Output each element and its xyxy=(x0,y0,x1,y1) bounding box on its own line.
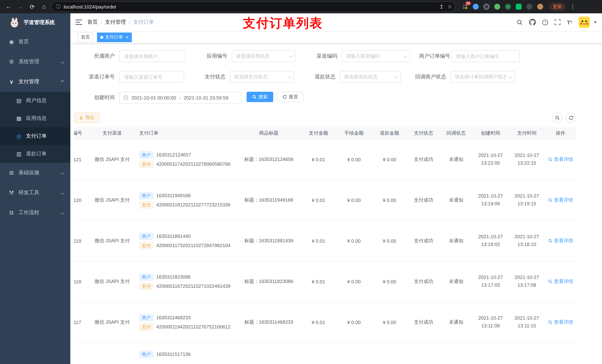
sidebar-toggle-icon[interactable] xyxy=(70,19,87,25)
app-title: 芋道管理系统 xyxy=(24,19,55,26)
merchant-tag: 商户 xyxy=(139,314,153,321)
search-icon xyxy=(252,95,257,99)
extension-icon[interactable] xyxy=(494,3,501,10)
reload-icon[interactable]: ⟳ xyxy=(27,2,37,11)
order-id: 117 xyxy=(74,319,81,325)
tab-home[interactable]: 首页 xyxy=(78,32,93,42)
site-info-icon[interactable]: ⓘ xyxy=(56,3,61,10)
extension-icon[interactable] xyxy=(537,3,544,10)
sidebar-item-home[interactable]: ◉ 首页 xyxy=(0,32,70,52)
extension-icon[interactable] xyxy=(515,3,522,10)
pay-tag: 支付 xyxy=(139,242,153,249)
filter-label: 渠道订单号 xyxy=(78,74,119,80)
breadcrumb-pay-management[interactable]: 支付管理 xyxy=(105,19,126,26)
order-id: 120 xyxy=(74,197,81,203)
pay-time: 2021-10-27 xyxy=(509,314,545,322)
url-bar[interactable]: ⓘ localhost:1024/pay/order ↥ ☆ xyxy=(51,1,455,12)
help-icon[interactable]: ? xyxy=(542,19,548,25)
fullscreen-icon[interactable] xyxy=(555,19,561,25)
sidebar-item-pay-order[interactable]: ◎ 支付订单 xyxy=(0,127,70,145)
col-header: 操作 xyxy=(545,127,576,139)
merchant-tag: 商户 xyxy=(139,151,153,158)
forward-icon[interactable]: → xyxy=(16,2,25,11)
toggle-search-button[interactable] xyxy=(552,113,562,123)
breadcrumb-current: 支付订单 xyxy=(133,19,154,26)
refund-status-select[interactable]: 请选择退款状态 xyxy=(340,71,401,83)
browser-menu-icon[interactable]: ⋮ xyxy=(568,2,578,11)
sidebar-item-payment[interactable]: ¥ 支付管理 xyxy=(0,72,70,92)
avatar[interactable] xyxy=(579,17,590,28)
notify-status: 未通知 xyxy=(449,319,463,325)
export-button[interactable]: 导出 xyxy=(74,113,99,123)
create-time-range-picker[interactable]: 2021-10-01 00:00:00 - 2021-10-31 23:59:5… xyxy=(119,92,241,104)
sidebar-item-infrastructure[interactable]: ⊞ 基础设施 xyxy=(0,163,70,183)
search-icon[interactable] xyxy=(517,19,523,25)
view-icon xyxy=(548,320,552,324)
sidebar-item-system[interactable]: ⚙ 系统管理 xyxy=(0,52,70,72)
pay-amount: ¥ 0.01 xyxy=(312,197,325,203)
sidebar-item-refund-order[interactable]: ▥ 退款订单 xyxy=(0,145,70,163)
fee-amount: ¥ 0.00 xyxy=(347,319,361,325)
view-detail-link[interactable]: 查看详情 xyxy=(548,156,573,163)
merchant-order-no: 1635311517136 xyxy=(156,351,191,357)
credit-card-icon: ▤ xyxy=(15,97,23,104)
channel-pay-no: 4200001181202110277723215336 xyxy=(156,202,230,208)
grid-icon: ▦ xyxy=(15,115,23,122)
pay-time: 2021-10-27 xyxy=(509,192,545,200)
chevron-down-icon xyxy=(287,74,291,78)
col-header: 手续金额 xyxy=(336,127,372,139)
svg-text:?: ? xyxy=(544,20,546,24)
share-icon[interactable]: ↥ xyxy=(439,4,443,10)
channel-pay-no: 4200001167202110271022491439 xyxy=(156,283,230,289)
extension-icon[interactable] xyxy=(472,3,479,10)
view-detail-link[interactable]: 查看详情 xyxy=(548,319,573,325)
bookmark-star-icon[interactable]: ☆ xyxy=(447,4,452,10)
tab-pay-order[interactable]: 支付订单 × xyxy=(97,32,132,42)
notify-status-select[interactable]: 请选择订单回调商户状态 xyxy=(451,71,515,83)
view-detail-link[interactable]: 查看详情 xyxy=(548,278,573,285)
product-title: 标题：1635311823086 xyxy=(244,279,293,284)
reset-button[interactable]: 重置 xyxy=(277,92,304,102)
merchant-filter-input[interactable] xyxy=(119,50,186,62)
product-title: 标题：1635311881439 xyxy=(244,238,293,243)
orders-table: 编号 支付渠道 支付订单 商品标题 支付金额 手续金额 退款金额 支付状态 回调… xyxy=(74,127,576,364)
back-icon[interactable]: ← xyxy=(4,2,13,11)
date-end: 2021-10-31 23:59:59 xyxy=(184,95,228,100)
sidebar-item-merchant-info[interactable]: ▤ 商户信息 xyxy=(0,92,70,110)
sidebar-item-workflow[interactable]: ⧉ 工作流程 xyxy=(0,203,70,223)
search-button[interactable]: 搜索 xyxy=(247,92,273,102)
notify-status: 未通知 xyxy=(449,197,463,203)
sidebar-item-dev-tools[interactable]: ⚒ 研发工具 xyxy=(0,183,70,203)
browser-update-button[interactable]: 更新 xyxy=(549,2,566,11)
app-id-select[interactable]: 请选择应用信息 xyxy=(232,50,296,62)
filter-label: 所属商户 xyxy=(78,53,119,60)
merchant-tag: 商户 xyxy=(139,273,153,281)
home-icon[interactable]: ⌂ xyxy=(39,2,49,11)
fee-amount: ¥ 0.00 xyxy=(347,197,361,203)
merchant-tag: 商户 xyxy=(139,351,153,358)
refund-amount: ¥ 0.00 xyxy=(383,157,396,162)
caret-down-icon[interactable] xyxy=(594,21,597,23)
extensions-grid-icon[interactable]: 10 xyxy=(461,3,469,10)
pay-time: 2021-10-27 xyxy=(509,152,545,159)
pay-status-select[interactable]: 请选择支付状态 xyxy=(230,71,294,83)
channel-order-no-input[interactable] xyxy=(119,71,184,83)
extension-icon[interactable]: ✓ xyxy=(504,3,512,10)
font-size-icon[interactable]: TT xyxy=(567,19,572,25)
view-icon xyxy=(548,279,552,284)
channel-code-select[interactable]: 请输入渠道编码 xyxy=(342,50,410,62)
tab-close-icon[interactable]: × xyxy=(126,35,128,40)
order-id: 121 xyxy=(74,157,81,162)
view-detail-link[interactable]: 查看详情 xyxy=(548,238,573,244)
merchant-order-no-input[interactable] xyxy=(451,50,520,62)
refresh-table-button[interactable] xyxy=(566,113,576,123)
extension-icon[interactable] xyxy=(526,3,533,10)
extension-icon[interactable] xyxy=(483,3,490,10)
sidebar-item-app-info[interactable]: ▦ 应用信息 xyxy=(0,110,70,127)
table-row: 119 微信 JSAPI 支付 商户1635311881440 支付420000… xyxy=(74,220,576,261)
date-start: 2021-10-01 00:00:00 xyxy=(131,95,176,100)
target-icon: ◎ xyxy=(15,133,23,139)
view-detail-link[interactable]: 查看详情 xyxy=(548,197,573,203)
breadcrumb-home[interactable]: 首页 xyxy=(87,19,98,26)
github-icon[interactable] xyxy=(529,19,536,26)
